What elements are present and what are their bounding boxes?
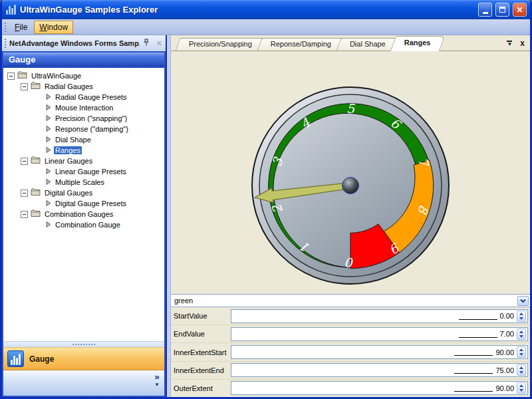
property-value-field[interactable]: 0.00: [231, 309, 528, 323]
folder-icon: [31, 82, 41, 91]
maximize-button[interactable]: [495, 3, 509, 17]
tab-list-icon[interactable]: ▼: [507, 41, 512, 47]
tree-item-mouse-interaction[interactable]: Mouse Interaction: [3, 102, 164, 113]
value-underline: [459, 313, 497, 320]
spinner-up-icon[interactable]: [519, 384, 523, 387]
tree-item-label: Radial Gauges: [43, 82, 94, 90]
app-icon: [5, 5, 17, 15]
pane-grip[interactable]: [5, 39, 6, 48]
spinner-up-icon[interactable]: [519, 348, 523, 351]
maximize-icon: [499, 7, 505, 13]
spinner-up-icon[interactable]: [519, 331, 523, 333]
tab-label: Ranges: [404, 39, 431, 47]
spinner-up-icon[interactable]: [519, 366, 523, 369]
leaf-arrow-icon: [46, 221, 51, 229]
pane-close-icon[interactable]: ✕: [156, 39, 162, 48]
tree-item-label: Multiple Scales: [54, 178, 106, 186]
spinner-down-icon[interactable]: [519, 335, 523, 338]
property-row-innerextentend: InnerExtentEnd75.00: [171, 362, 530, 380]
tab-reponse-damping[interactable]: Reponse/Damping: [259, 38, 342, 51]
nav-item-gauge[interactable]: Gauge: [3, 347, 164, 370]
pin-icon[interactable]: [143, 39, 150, 48]
close-button[interactable]: ✕: [513, 3, 527, 17]
nav-splitter-handle[interactable]: [3, 341, 164, 347]
tree-item-digital-gauges[interactable]: Digital Gauges: [3, 188, 164, 198]
collapse-icon[interactable]: [7, 72, 15, 80]
tree-item-label: Linear Gauge Presets: [54, 168, 128, 176]
tree-item-dial-shape[interactable]: Dial Shape: [3, 134, 164, 145]
menubar-grip[interactable]: [5, 23, 6, 32]
spinner-down-icon[interactable]: [519, 353, 523, 356]
tree-item-digital-gauge-presets[interactable]: Digital Gauge Presets: [3, 198, 164, 209]
value-spinner[interactable]: [517, 364, 526, 376]
leaf-arrow-icon: [46, 104, 51, 112]
tree-item-label: Precision ("snapping"): [54, 114, 128, 122]
property-value-field[interactable]: 7.00: [231, 327, 528, 341]
tree-item-label: Combination Gauges: [43, 210, 114, 218]
tree-item-linear-gauges[interactable]: Linear Gauges: [3, 156, 164, 166]
spinner-down-icon[interactable]: [519, 389, 523, 392]
collapse-icon[interactable]: [21, 190, 28, 197]
spinner-down-icon[interactable]: [519, 317, 523, 320]
property-value-field[interactable]: 90.00: [231, 381, 528, 395]
chevron-down-icon: ▼: [154, 381, 160, 389]
leaf-arrow-icon: [46, 146, 51, 154]
folder-icon: [31, 188, 41, 198]
leaf-arrow-icon: [46, 200, 51, 207]
value-spinner[interactable]: [517, 329, 526, 340]
collapse-icon[interactable]: [21, 83, 28, 90]
tab-precision-snapping[interactable]: Precision/Snapping: [178, 38, 263, 51]
tab-close-icon[interactable]: x: [520, 40, 525, 47]
spinner-down-icon[interactable]: [519, 371, 523, 374]
tree-item-label: Combination Gauge: [54, 221, 122, 229]
property-value: 90.00: [495, 348, 514, 356]
property-value-field[interactable]: 90.00: [231, 345, 528, 359]
collapse-icon[interactable]: [21, 158, 28, 165]
gauge-tick-label-0: 0: [345, 255, 354, 270]
tab-ranges[interactable]: Ranges: [393, 36, 442, 51]
property-value-field[interactable]: 75.00: [231, 363, 528, 377]
tree-item-ultrawingauge[interactable]: UltraWinGauge: [3, 70, 164, 81]
panel-splitter[interactable]: [166, 35, 171, 397]
value-underline: [454, 348, 493, 356]
folder-icon: [31, 156, 41, 166]
value-underline: [454, 384, 493, 392]
range-select[interactable]: green: [171, 294, 530, 307]
range-select-dropdown-button[interactable]: [517, 296, 529, 306]
property-label: StartValue: [171, 312, 231, 320]
property-row-startvalue: StartValue0.00: [171, 307, 530, 325]
window-title: UltraWinGauge Samples Explorer: [20, 5, 475, 15]
tree-item-ranges[interactable]: Ranges: [3, 145, 164, 156]
menu-window[interactable]: Window: [34, 21, 73, 34]
value-spinner[interactable]: [517, 311, 526, 322]
sidebar-pane-header: NetAdvantage Windows Forms Samp... ✕: [2, 35, 166, 51]
menu-file[interactable]: File: [9, 21, 33, 34]
tree-item-label: Linear Gauges: [43, 157, 94, 165]
property-value: 75.00: [495, 366, 514, 374]
spinner-up-icon[interactable]: [519, 313, 523, 315]
tree-item-radial-gauges[interactable]: Radial Gauges: [3, 81, 164, 92]
minimize-button[interactable]: [478, 3, 492, 17]
leaf-arrow-icon: [46, 178, 51, 186]
tree-item-linear-gauge-presets[interactable]: Linear Gauge Presets: [3, 166, 164, 177]
radial-gauge[interactable]: 0123456789: [251, 86, 450, 285]
tree-item-radial-gauge-presets[interactable]: Radial Gauge Presets: [3, 92, 164, 102]
folder-icon: [31, 209, 41, 219]
tree-item-combination-gauge[interactable]: Combination Gauge: [3, 219, 164, 230]
content-panel: Precision/SnappingReponse/DampingDial Sh…: [171, 35, 530, 397]
nav-overflow-chevron[interactable]: »▼: [154, 373, 160, 389]
gauge-hub: [342, 178, 359, 194]
tab-dial-shape[interactable]: Dial Shape: [338, 38, 397, 51]
gauge-chart-icon: [7, 350, 24, 367]
collapse-icon[interactable]: [21, 211, 28, 218]
value-spinner[interactable]: [517, 346, 526, 358]
value-spinner[interactable]: [517, 382, 526, 394]
menu-bar: FileWindow: [2, 19, 530, 35]
tree-item-label: Mouse Interaction: [54, 104, 114, 112]
tree-item-combination-gauges[interactable]: Combination Gauges: [3, 209, 164, 219]
tree-item-response-damping[interactable]: Response ("damping"): [3, 124, 164, 134]
tree-item-multiple-scales[interactable]: Multiple Scales: [3, 177, 164, 188]
tree-item-precision-snapping[interactable]: Precision ("snapping"): [3, 113, 164, 124]
property-value: 90.00: [495, 384, 514, 392]
explorer-group-header[interactable]: Gauge: [3, 53, 164, 68]
